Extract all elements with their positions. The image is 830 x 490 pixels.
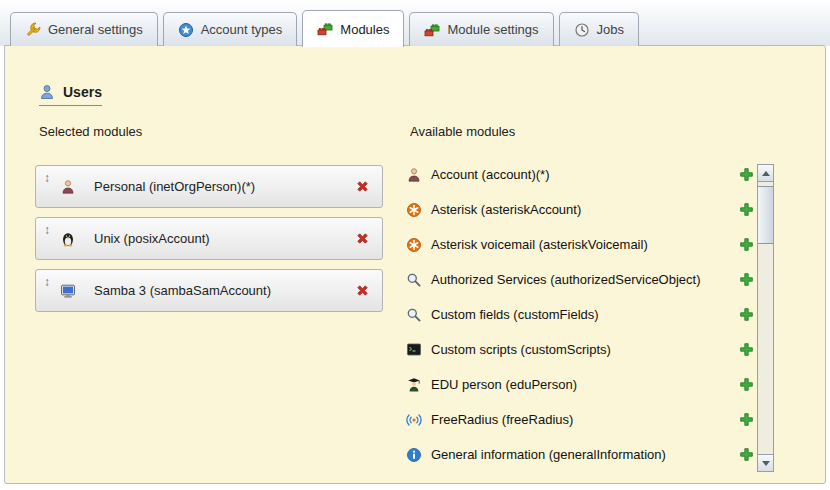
lam-configuration-window: General settings Account types Modules M…: [0, 0, 830, 490]
available-modules-column: Available modules Account (account)(*) A…: [406, 124, 754, 472]
asterisk-icon: [406, 237, 422, 253]
available-module-row-account: Account (account)(*): [406, 157, 754, 192]
scroll-down-icon: [762, 461, 770, 466]
drag-handle-icon[interactable]: ↕: [44, 276, 50, 288]
tab-account-types[interactable]: Account types: [163, 12, 298, 46]
scroll-up-button[interactable]: [758, 165, 773, 182]
available-module-label: Custom scripts (customScripts): [431, 342, 730, 357]
person-icon: [60, 179, 76, 195]
remove-module-button[interactable]: [355, 179, 370, 194]
add-module-button[interactable]: [739, 237, 754, 252]
drag-handle-icon[interactable]: ↕: [44, 172, 50, 184]
scrollbar-thumb[interactable]: [758, 186, 773, 244]
scroll-down-button[interactable]: [758, 454, 773, 471]
info-icon: [406, 447, 422, 463]
tab-label: Modules: [340, 22, 389, 37]
drag-handle-icon[interactable]: ↕: [44, 224, 50, 236]
selected-module-label: Unix (posixAccount): [94, 231, 345, 246]
selected-modules-heading: Selected modules: [39, 124, 383, 139]
tab-label: Module settings: [447, 22, 538, 37]
magnifier-icon: [406, 272, 422, 288]
add-module-button[interactable]: [739, 447, 754, 462]
add-module-button[interactable]: [739, 202, 754, 217]
content-panel: Users Selected modules ↕ Personal (inetO…: [4, 45, 826, 484]
tab-modules[interactable]: Modules: [302, 10, 404, 47]
tux-penguin-icon: [60, 231, 76, 247]
samba-monitor-icon: [60, 283, 76, 299]
available-module-row-freeradius: FreeRadius (freeRadius): [406, 402, 754, 437]
add-module-button[interactable]: [739, 307, 754, 322]
available-module-label: FreeRadius (freeRadius): [431, 412, 730, 427]
wrench-icon: [25, 22, 41, 38]
add-module-button[interactable]: [739, 167, 754, 182]
remove-module-button[interactable]: [355, 231, 370, 246]
tab-module-settings[interactable]: Module settings: [409, 12, 553, 46]
available-module-row-asterisk-voicemail: Asterisk voicemail (asteriskVoicemail): [406, 227, 754, 262]
users-icon: [39, 84, 55, 100]
scroll-up-icon: [762, 171, 770, 176]
tab-label: Account types: [201, 22, 283, 37]
freeradius-icon: [406, 412, 422, 428]
users-section-title: Users: [39, 84, 102, 106]
module-settings-icon: [424, 22, 440, 38]
available-module-row-edu-person: EDU person (eduPerson): [406, 367, 754, 402]
available-modules-scrollbar[interactable]: [757, 164, 774, 472]
remove-module-button[interactable]: [355, 283, 370, 298]
account-icon: [406, 167, 422, 183]
magnifier-icon: [406, 307, 422, 323]
available-modules-heading: Available modules: [410, 124, 754, 139]
selected-module-row-samba[interactable]: ↕ Samba 3 (sambaSamAccount): [35, 269, 383, 312]
available-module-row-custom-scripts: Custom scripts (customScripts): [406, 332, 754, 367]
tab-label: General settings: [48, 22, 143, 37]
available-module-row-general-information: General information (generalInformation): [406, 437, 754, 472]
selected-module-label: Personal (inetOrgPerson)(*): [94, 179, 345, 194]
jobs-icon: [574, 22, 590, 38]
available-module-label: Authorized Services (authorizedServiceOb…: [431, 272, 730, 287]
available-module-label: Custom fields (customFields): [431, 307, 730, 322]
tab-label: Jobs: [597, 22, 624, 37]
selected-module-label: Samba 3 (sambaSamAccount): [94, 283, 345, 298]
account-types-icon: [178, 22, 194, 38]
add-module-button[interactable]: [739, 342, 754, 357]
scrollbar-track[interactable]: [758, 182, 773, 454]
modules-icon: [317, 21, 333, 37]
selected-module-row-personal[interactable]: ↕ Personal (inetOrgPerson)(*): [35, 165, 383, 208]
add-module-button[interactable]: [739, 377, 754, 392]
tab-jobs[interactable]: Jobs: [559, 12, 639, 46]
available-module-row-asterisk: Asterisk (asteriskAccount): [406, 192, 754, 227]
tab-general-settings[interactable]: General settings: [10, 12, 158, 46]
selected-module-row-unix[interactable]: ↕ Unix (posixAccount): [35, 217, 383, 260]
add-module-button[interactable]: [739, 272, 754, 287]
available-module-label: EDU person (eduPerson): [431, 377, 730, 392]
terminal-icon: [406, 342, 422, 358]
tab-bar: General settings Account types Modules M…: [10, 9, 639, 46]
add-module-button[interactable]: [739, 412, 754, 427]
selected-modules-column: Selected modules ↕ Personal (inetOrgPers…: [35, 124, 383, 321]
section-title-text: Users: [63, 84, 102, 100]
available-module-row-custom-fields: Custom fields (customFields): [406, 297, 754, 332]
available-module-label: General information (generalInformation): [431, 447, 730, 462]
available-module-label: Asterisk (asteriskAccount): [431, 202, 730, 217]
available-module-row-authorized-services: Authorized Services (authorizedServiceOb…: [406, 262, 754, 297]
asterisk-icon: [406, 202, 422, 218]
available-module-label: Account (account)(*): [431, 167, 730, 182]
available-module-label: Asterisk voicemail (asteriskVoicemail): [431, 237, 730, 252]
edu-person-icon: [406, 377, 422, 393]
